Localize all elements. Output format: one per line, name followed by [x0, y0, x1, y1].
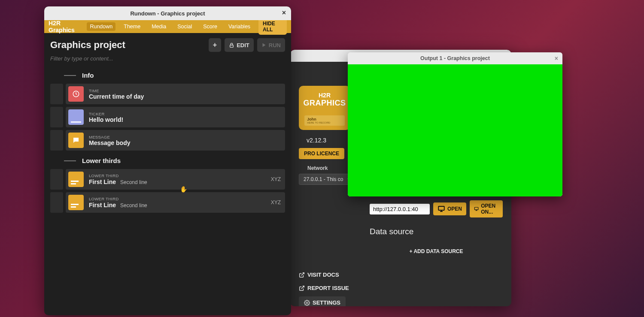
version-label: v2.12.3	[307, 137, 350, 144]
output-titlebar[interactable]: Output 1 - Graphics project ×	[348, 52, 562, 64]
drag-handle[interactable]	[50, 84, 63, 104]
tab-social[interactable]: Social	[174, 22, 195, 31]
rundown-item[interactable]: TICKER Hello world!	[44, 106, 291, 129]
lower-third-icon	[68, 172, 84, 187]
hide-all-button[interactable]: HIDE ALL	[258, 18, 287, 35]
add-data-source-button[interactable]: + ADD DATA SOURCE	[370, 248, 503, 254]
external-link-icon	[299, 285, 305, 291]
svg-line-6	[301, 272, 304, 275]
monitor-icon	[437, 205, 445, 213]
rundown-item[interactable]: LOWER THIRD First LineSecond line XYZ	[44, 168, 291, 191]
network-select[interactable]: 27.0.0.1 - This co	[299, 174, 353, 185]
section-divider-icon	[64, 160, 76, 161]
svg-marker-10	[262, 43, 265, 47]
svg-rect-9	[230, 45, 234, 47]
tab-rundown[interactable]: Rundown	[87, 22, 115, 31]
external-link-icon	[299, 272, 305, 278]
report-issue-link[interactable]: REPORT ISSUE	[299, 285, 503, 291]
svg-rect-3	[474, 207, 478, 210]
filter-input[interactable]	[50, 55, 285, 62]
window-title: Rundown - Graphics project	[130, 10, 205, 17]
cursor-icon: ✋	[180, 186, 187, 193]
project-title: Graphics project	[50, 39, 209, 51]
tab-media[interactable]: Media	[149, 22, 169, 31]
main-nav-bar: H2R Graphics Rundown Theme Media Social …	[44, 20, 291, 33]
rundown-titlebar[interactable]: Rundown - Graphics project ×	[44, 6, 291, 20]
output-window: Output 1 - Graphics project ×	[348, 52, 562, 196]
close-icon[interactable]: ×	[555, 55, 558, 62]
tab-theme[interactable]: Theme	[121, 22, 143, 31]
output-canvas	[348, 64, 562, 196]
rundown-item[interactable]: TIME Current time of day	[44, 82, 291, 106]
gear-icon	[304, 300, 310, 306]
item-tag: XYZ	[271, 176, 281, 182]
section-divider-icon	[64, 75, 76, 76]
svg-rect-0	[438, 206, 444, 210]
lower-third-icon	[68, 195, 84, 210]
item-tag: XYZ	[271, 199, 281, 205]
message-icon	[68, 133, 84, 148]
tab-variables[interactable]: Variables	[225, 22, 253, 31]
ticker-icon	[68, 109, 84, 125]
svg-line-7	[301, 286, 304, 288]
rundown-item[interactable]: LOWER THIRD First LineSecond line XYZ	[44, 191, 291, 214]
edit-button[interactable]: EDIT	[225, 38, 254, 52]
open-on-button[interactable]: OPEN ON...	[470, 200, 503, 217]
data-source-heading: Data source	[370, 227, 503, 236]
drag-handle[interactable]	[50, 107, 63, 127]
settings-button[interactable]: SETTINGS	[299, 296, 346, 306]
clock-icon	[68, 86, 84, 102]
close-icon[interactable]: ×	[282, 9, 286, 17]
section-header-lower-thirds: Lower thirds	[44, 152, 291, 168]
drag-handle[interactable]	[50, 130, 63, 151]
section-header-info: Info	[44, 66, 291, 82]
drag-handle[interactable]	[50, 169, 63, 190]
rundown-item[interactable]: MESSAGE Message body	[44, 129, 291, 152]
tab-score[interactable]: Score	[200, 22, 220, 31]
output-window-title: Output 1 - Graphics project	[420, 55, 490, 61]
brand-label: H2R Graphics	[49, 20, 82, 33]
rundown-window: Rundown - Graphics project × H2R Graphic…	[44, 6, 291, 315]
open-button[interactable]: OPEN	[433, 202, 466, 215]
app-brand-card: H2R GRAPHICS John HERE TO RECORD	[299, 86, 350, 130]
svg-point-8	[306, 302, 308, 304]
run-button[interactable]: RUN	[257, 38, 285, 52]
drag-handle[interactable]	[50, 192, 63, 213]
lock-icon	[229, 42, 234, 48]
nav-tabs: Rundown Theme Media Social Score Variabl…	[87, 22, 253, 31]
monitor-icon	[474, 205, 479, 213]
output-url-input[interactable]	[370, 204, 430, 214]
add-button[interactable]: +	[209, 38, 221, 52]
play-icon	[261, 42, 267, 48]
visit-docs-link[interactable]: VISIT DOCS	[299, 272, 503, 278]
sample-lower-third: John HERE TO RECORD	[304, 115, 345, 126]
network-label: Network	[307, 165, 350, 171]
pro-licence-button[interactable]: PRO LICENCE	[299, 148, 344, 159]
